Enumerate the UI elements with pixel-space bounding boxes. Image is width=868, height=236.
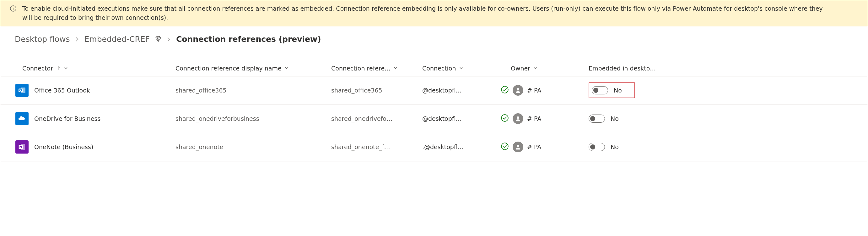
embedded-toggle-label: No [611,115,619,122]
owner-avatar [513,85,523,96]
cell-display-name: shared_onedriveforbusiness [176,115,331,122]
connection-value: @desktopfl… [422,115,462,122]
column-header-reference-name[interactable]: Connection refere… [331,65,422,72]
connector-name: OneDrive for Business [34,115,100,122]
cell-reference-name: shared_onenote_f… [331,143,422,150]
svg-point-13 [517,145,519,147]
owner-avatar [513,113,523,124]
cell-reference-name: shared_onedrivefo… [331,115,422,122]
cell-connector: OneNote (Business) [16,140,176,154]
status-ok-icon [501,86,509,95]
info-banner-text: To enable cloud-initiated executions mak… [22,4,823,23]
owner-avatar [513,141,523,152]
owner-name: # PA [527,143,541,150]
chevron-down-icon [394,66,397,71]
connection-value: @desktopfl… [422,87,462,94]
cell-connector: OneDrive for Business [16,112,176,125]
column-header-label: Embedded in deskto… [589,65,656,72]
breadcrumb-current: Connection references (preview) [176,35,321,44]
display-name: shared_onenote [176,143,223,150]
owner-name: # PA [527,87,541,94]
cell-display-name: shared_onenote [176,143,331,150]
info-banner: To enable cloud-initiated executions mak… [0,0,868,26]
svg-point-8 [501,115,508,122]
outlook-icon [16,84,29,97]
connection-value: .@desktopfl… [422,143,464,150]
chevron-right-icon [75,35,80,43]
svg-point-9 [517,116,519,119]
chevron-down-icon [459,66,463,71]
table-row[interactable]: Office 365 Outlookshared_office365shared… [0,76,868,105]
svg-point-7 [517,88,519,90]
status-ok-icon [501,114,509,123]
cell-connector: Office 365 Outlook [16,84,176,97]
column-header-label: Owner [511,65,530,72]
chevron-right-icon [167,35,171,43]
onedrive-icon [16,112,29,125]
breadcrumb: Desktop flows Embedded-CREF Connection r… [0,26,868,46]
chevron-down-icon [64,66,68,71]
info-icon [10,5,17,15]
svg-point-2 [13,7,13,7]
display-name: shared_office365 [176,87,227,94]
owner-name: # PA [527,115,541,122]
reference-name: shared_office365 [331,87,382,94]
cell-owner: # PA [494,141,589,152]
chevron-down-icon [533,66,537,71]
column-header-embedded[interactable]: Embedded in deskto… [589,65,677,72]
table-row[interactable]: OneNote (Business)shared_onenoteshared_o… [0,133,868,161]
embedded-toggle[interactable] [592,86,608,95]
premium-icon [155,35,162,43]
cell-connection: @desktopfl… [422,115,494,122]
table-header: Connector ↑ Connection reference display… [0,61,868,76]
column-header-label: Connector [22,65,53,72]
svg-point-6 [501,86,508,94]
embedded-toggle-label: No [614,87,622,94]
cell-reference-name: shared_office365 [331,87,422,94]
cell-embedded: No [589,82,677,98]
connector-name: Office 365 Outlook [34,87,90,94]
cell-embedded: No [589,114,677,123]
embedded-toggle-label: No [611,143,619,150]
column-header-owner[interactable]: Owner [494,65,589,72]
breadcrumb-root[interactable]: Desktop flows [15,35,70,44]
highlight-annotation: No [589,82,635,98]
embedded-toggle[interactable] [589,143,605,151]
column-header-display-name[interactable]: Connection reference display name [176,65,331,72]
cell-connection: .@desktopfl… [422,143,494,150]
column-header-connector[interactable]: Connector ↑ [16,65,176,72]
column-header-label: Connection reference display name [176,65,282,72]
chevron-down-icon [285,66,288,71]
embedded-toggle[interactable] [589,114,605,123]
column-header-label: Connection [422,65,456,72]
sort-asc-icon: ↑ [57,65,61,71]
cell-owner: # PA [494,85,589,96]
reference-name: shared_onedrivefo… [331,115,393,122]
table-row[interactable]: OneDrive for Businessshared_onedriveforb… [0,105,868,133]
status-ok-icon [501,142,509,152]
breadcrumb-flow[interactable]: Embedded-CREF [85,35,150,44]
connection-references-table: Connector ↑ Connection reference display… [0,61,868,161]
onenote-icon [16,140,29,154]
svg-point-12 [501,143,508,150]
cell-connection: @desktopfl… [422,87,494,94]
cell-display-name: shared_office365 [176,87,331,94]
reference-name: shared_onenote_f… [331,143,390,150]
column-header-connection[interactable]: Connection [422,65,494,72]
connector-name: OneNote (Business) [34,143,93,150]
cell-owner: # PA [494,113,589,124]
cell-embedded: No [589,143,677,151]
column-header-label: Connection refere… [331,65,391,72]
display-name: shared_onedriveforbusiness [176,115,259,122]
